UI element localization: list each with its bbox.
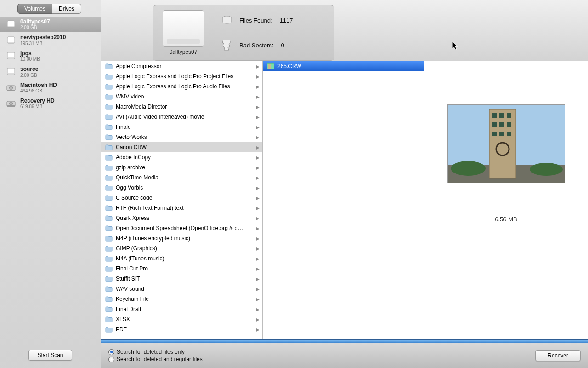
- disk-icon: [6, 66, 17, 77]
- category-row[interactable]: Ogg Vorbis▶: [101, 183, 262, 193]
- category-row[interactable]: VectorWorks▶: [101, 132, 262, 142]
- svg-rect-20: [492, 113, 497, 118]
- radio-deleted-and-regular[interactable]: Search for deleted and regular files: [108, 356, 203, 362]
- main-area: 0alltypes07 Files Found: 1117 B: [101, 0, 588, 368]
- category-row[interactable]: Apple Compressor▶: [101, 61, 262, 71]
- category-row[interactable]: Finale▶: [101, 122, 262, 132]
- folder-icon: [105, 326, 113, 333]
- bad-sectors-value: 0: [281, 42, 284, 49]
- category-label: Ogg Vorbis: [116, 184, 143, 191]
- category-label: Stuffit SIT: [116, 276, 140, 282]
- chevron-right-icon: ▶: [256, 135, 260, 140]
- category-row[interactable]: Apple Logic Express and Logic Pro Projec…: [101, 71, 262, 81]
- category-row[interactable]: GIMP (Graphics)▶: [101, 243, 262, 253]
- category-row[interactable]: QuickTime Media▶: [101, 172, 262, 183]
- category-label: WAV sound: [116, 286, 144, 292]
- category-label: M4A (iTunes music): [116, 255, 164, 262]
- volume-name: source: [20, 66, 38, 72]
- bad-sectors-icon: [220, 38, 234, 52]
- folder-icon: [105, 174, 113, 181]
- start-scan-button[interactable]: Start Scan: [28, 350, 72, 361]
- category-label: Apple Logic Express and Logic Pro Projec…: [116, 73, 233, 80]
- category-row[interactable]: Stuffit SIT▶: [101, 274, 262, 284]
- category-label: AVI (Audio Video Interleaved) movie: [116, 114, 204, 120]
- category-label: Final Draft: [116, 306, 141, 312]
- folder-icon: [105, 124, 113, 130]
- folder-icon: [105, 225, 113, 231]
- category-row[interactable]: M4A (iTunes music)▶: [101, 253, 262, 264]
- category-row[interactable]: WAV sound▶: [101, 284, 262, 294]
- category-row[interactable]: OpenDocument Spreadsheet (OpenOffice.org…: [101, 223, 262, 233]
- svg-rect-3: [8, 42, 14, 43]
- chevron-right-icon: ▶: [256, 206, 260, 211]
- volume-item[interactable]: source2.00 GB: [0, 64, 101, 80]
- sidebar: Volumes Drives 0alltypes072.00 GBnewtype…: [0, 0, 101, 368]
- svg-rect-7: [8, 73, 14, 75]
- files-found-icon: [220, 13, 234, 27]
- category-label: C Source code: [116, 195, 152, 201]
- file-row[interactable]: 265.CRW: [263, 61, 424, 71]
- svg-rect-28: [507, 132, 511, 136]
- category-row[interactable]: gzip archive▶: [101, 162, 262, 172]
- volume-item[interactable]: Macintosh HD464.96 GB: [0, 80, 101, 96]
- radio-dot-icon: [108, 349, 114, 355]
- folder-icon: [105, 245, 113, 252]
- category-row[interactable]: RTF (Rich Text Format) text▶: [101, 203, 262, 213]
- chevron-right-icon: ▶: [256, 165, 260, 170]
- drive-thumbnail-icon: [163, 10, 204, 47]
- scan-summary-card: 0alltypes07 Files Found: 1117 B: [153, 5, 334, 61]
- chevron-right-icon: ▶: [256, 64, 260, 69]
- tab-volumes[interactable]: Volumes: [17, 4, 52, 14]
- category-label: Finale: [116, 124, 131, 130]
- category-row[interactable]: MacroMedia Director▶: [101, 102, 262, 112]
- volume-name: Recovery HD: [20, 98, 55, 104]
- volume-item[interactable]: newtypesfeb2010195.31 MB: [0, 32, 101, 48]
- folder-icon: [105, 316, 113, 322]
- folder-icon: [105, 184, 113, 191]
- svg-rect-21: [499, 113, 504, 118]
- category-row[interactable]: M4P (iTunes encrypted music)▶: [101, 233, 262, 243]
- category-row[interactable]: Adobe InCopy▶: [101, 152, 262, 162]
- volume-name: Macintosh HD: [20, 82, 57, 88]
- preview-column: 6.56 MB: [424, 61, 588, 339]
- chevron-right-icon: ▶: [256, 84, 260, 89]
- folder-icon: [105, 255, 113, 262]
- volume-item[interactable]: Recovery HD619.89 MB: [0, 96, 101, 111]
- header: 0alltypes07 Files Found: 1117 B: [101, 0, 588, 61]
- folder-icon: [105, 154, 113, 161]
- category-row[interactable]: XLSX▶: [101, 314, 262, 324]
- folder-icon: [105, 93, 113, 100]
- volume-size: 464.96 GB: [20, 88, 57, 94]
- folder-icon: [105, 235, 113, 242]
- category-row[interactable]: C Source code▶: [101, 193, 262, 203]
- category-column[interactable]: Apple Compressor▶Apple Logic Express and…: [101, 61, 263, 339]
- divider-bar[interactable]: [101, 339, 588, 343]
- category-row[interactable]: Canon CRW▶: [101, 142, 262, 152]
- radio-deleted-only[interactable]: Search for deleted files only: [108, 349, 203, 355]
- folder-icon: [105, 265, 113, 272]
- category-label: Adobe InCopy: [116, 154, 151, 161]
- svg-rect-16: [268, 64, 271, 69]
- svg-rect-27: [499, 132, 504, 136]
- category-row[interactable]: Apple Logic Express and Logic Pro Audio …: [101, 81, 262, 92]
- folder-icon: [105, 114, 113, 120]
- category-row[interactable]: Quark Xpress▶: [101, 213, 262, 223]
- volume-item[interactable]: 0alltypes072.00 GB: [0, 17, 101, 32]
- file-column[interactable]: 265.CRW: [263, 61, 424, 339]
- tab-drives[interactable]: Drives: [52, 4, 81, 14]
- category-row[interactable]: Keychain File▶: [101, 294, 262, 304]
- chevron-right-icon: ▶: [256, 94, 260, 99]
- volume-item[interactable]: jpgs10.00 MB: [0, 48, 101, 64]
- radio-deleted-and-regular-label: Search for deleted and regular files: [117, 356, 203, 362]
- svg-point-30: [451, 161, 486, 176]
- svg-rect-24: [499, 122, 504, 127]
- recover-button[interactable]: Recover: [535, 350, 581, 361]
- category-row[interactable]: Final Draft▶: [101, 304, 262, 314]
- category-row[interactable]: PDF▶: [101, 324, 262, 334]
- category-label: WMV video: [116, 93, 144, 100]
- category-row[interactable]: AVI (Audio Video Interleaved) movie▶: [101, 112, 262, 122]
- chevron-right-icon: ▶: [256, 327, 260, 332]
- category-row[interactable]: WMV video▶: [101, 92, 262, 102]
- category-row[interactable]: Final Cut Pro▶: [101, 264, 262, 274]
- volume-name: 0alltypes07: [20, 18, 50, 25]
